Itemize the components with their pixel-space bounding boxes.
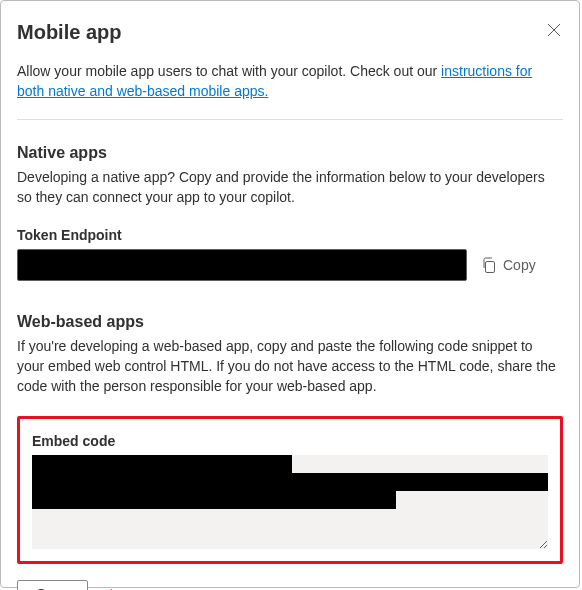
- close-icon: [547, 23, 561, 37]
- intro-text: Allow your mobile app users to chat with…: [17, 62, 563, 101]
- embed-code-textarea[interactable]: [32, 455, 548, 549]
- mobile-app-panel: Mobile app Allow your mobile app users t…: [0, 0, 580, 588]
- copy-token-label: Copy: [503, 257, 536, 273]
- intro-prefix: Allow your mobile app users to chat with…: [17, 63, 441, 79]
- token-endpoint-label: Token Endpoint: [17, 227, 563, 243]
- panel-header: Mobile app: [17, 21, 563, 44]
- redacted-content: [32, 473, 548, 491]
- redacted-content: [32, 455, 292, 473]
- copy-icon: [481, 257, 497, 273]
- web-apps-title: Web-based apps: [17, 313, 563, 331]
- panel-title: Mobile app: [17, 21, 121, 44]
- copy-token-button[interactable]: Copy: [481, 257, 536, 273]
- native-apps-desc: Developing a native app? Copy and provid…: [17, 168, 563, 207]
- embed-code-highlight-box: Embed code: [17, 416, 563, 564]
- web-apps-desc: If you're developing a web-based app, co…: [17, 337, 563, 396]
- redacted-content: [32, 491, 396, 509]
- native-apps-title: Native apps: [17, 144, 563, 162]
- token-endpoint-input[interactable]: [17, 249, 467, 281]
- copy-embed-button[interactable]: Copy: [17, 580, 88, 590]
- embed-code-label: Embed code: [32, 433, 548, 449]
- close-button[interactable]: [545, 21, 563, 42]
- copy-button-row: Copy: [17, 580, 563, 590]
- divider: [17, 119, 563, 120]
- token-row: Copy: [17, 249, 563, 281]
- svg-rect-2: [486, 262, 495, 273]
